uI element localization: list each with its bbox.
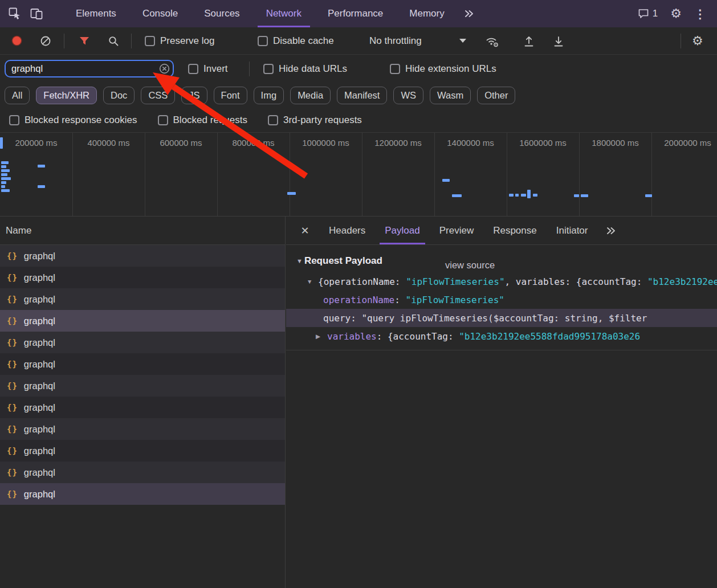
3rd-party-requests-control[interactable]: 3rd-party requests xyxy=(268,115,362,126)
filter-chip-wasm[interactable]: Wasm xyxy=(430,87,471,104)
request-row[interactable]: {}graphql xyxy=(0,397,285,418)
details-tab-headers[interactable]: Headers xyxy=(319,217,375,244)
close-details-icon[interactable]: ✕ xyxy=(299,224,311,237)
fetch-xhr-icon: {} xyxy=(7,381,18,390)
waterfall-bar xyxy=(1,161,9,164)
request-row[interactable]: {}graphql xyxy=(0,310,285,332)
export-har-button[interactable] xyxy=(553,27,564,54)
gear-icon: ⚙ xyxy=(692,35,703,47)
disable-cache-control[interactable]: Disable cache xyxy=(258,27,334,54)
tab-network[interactable]: Network xyxy=(253,0,315,27)
console-messages-button[interactable]: 1 xyxy=(632,8,664,19)
filter-chip-all[interactable]: All xyxy=(5,87,30,104)
request-payload-section-header[interactable]: ▼ Request Payload xyxy=(286,250,717,272)
payload-token: operationName xyxy=(323,295,394,305)
settings-button[interactable]: ⚙ xyxy=(664,7,688,20)
request-row[interactable]: {}graphql xyxy=(0,440,285,462)
fetch-xhr-icon: {} xyxy=(7,316,18,325)
request-row[interactable]: {}graphql xyxy=(0,462,285,483)
filter-chip-manifest[interactable]: Manifest xyxy=(337,87,387,104)
filter-chip-fetch-xhr[interactable]: Fetch/XHR xyxy=(36,87,97,104)
filter-chip-css[interactable]: CSS xyxy=(141,87,175,104)
waterfall-bar xyxy=(527,190,531,198)
blocked-response-cookies-label: Blocked response cookies xyxy=(25,115,137,126)
request-row[interactable]: {}graphql xyxy=(0,375,285,397)
filter-chip-js[interactable]: JS xyxy=(181,87,207,104)
details-tab-initiator[interactable]: Initiator xyxy=(547,217,598,244)
blocked-requests-control[interactable]: Blocked requests xyxy=(158,115,247,126)
blocked-requests-checkbox[interactable] xyxy=(158,115,168,125)
clear-filter-icon[interactable] xyxy=(159,63,170,74)
collapse-arrow-icon[interactable]: ▼ xyxy=(296,258,303,264)
payload-token: "b12e3b2192ee5588fdad995178a03e26 xyxy=(459,331,640,342)
waterfall-bar xyxy=(287,192,296,195)
blocked-response-cookies-control[interactable]: Blocked response cookies xyxy=(9,115,137,126)
waterfall-bar xyxy=(1,185,5,188)
hide-extension-urls-control[interactable]: Hide extension URLs xyxy=(390,55,496,83)
search-button[interactable] xyxy=(108,27,119,54)
details-tab-preview[interactable]: Preview xyxy=(430,217,483,244)
blocked-response-cookies-checkbox[interactable] xyxy=(9,115,19,125)
timeline-tick-label: 1400000 ms xyxy=(434,138,507,148)
request-row[interactable]: {}graphql xyxy=(0,418,285,440)
filter-chip-font[interactable]: Font xyxy=(214,87,247,104)
network-conditions-button[interactable] xyxy=(484,27,499,54)
view-source-link[interactable]: view source xyxy=(445,260,495,271)
filter-input[interactable] xyxy=(5,60,174,77)
preserve-log-label: Preserve log xyxy=(160,35,214,47)
payload-line[interactable]: query: "query ipFlowTimeseries($accountT… xyxy=(286,309,717,327)
filter-chip-other[interactable]: Other xyxy=(477,87,515,104)
tab-console[interactable]: Console xyxy=(129,0,191,27)
device-toolbar-icon[interactable] xyxy=(30,7,43,21)
preserve-log-checkbox[interactable] xyxy=(145,36,155,46)
record-button[interactable] xyxy=(13,27,21,54)
hide-extension-urls-checkbox[interactable] xyxy=(390,64,400,74)
filter-chip-ws[interactable]: WS xyxy=(393,87,423,104)
request-row[interactable]: {}graphql xyxy=(0,332,285,353)
expand-arrow-icon[interactable]: ▶ xyxy=(316,333,327,340)
3rd-party-requests-checkbox[interactable] xyxy=(268,115,278,125)
disable-cache-label: Disable cache xyxy=(273,35,334,47)
request-row[interactable]: {}graphql xyxy=(0,483,285,505)
clear-button[interactable] xyxy=(40,27,51,54)
inspect-element-icon[interactable] xyxy=(8,7,22,21)
timeline-overview[interactable]: 200000 ms400000 ms600000 ms800000 ms1000… xyxy=(0,132,717,217)
invert-control[interactable]: Invert xyxy=(188,55,228,83)
payload-line[interactable]: ▼{operationName: "ipFlowTimeseries", var… xyxy=(286,272,717,291)
throttling-select[interactable]: No throttling xyxy=(369,27,422,54)
request-row[interactable]: {}graphql xyxy=(0,245,285,267)
request-row[interactable]: {}graphql xyxy=(0,267,285,288)
more-tabs-icon[interactable] xyxy=(458,0,480,27)
payload-token: : {accountTag: xyxy=(377,331,459,342)
request-name: graphql xyxy=(24,337,55,348)
hide-data-urls-control[interactable]: Hide data URLs xyxy=(263,55,347,83)
payload-token: {operationName: xyxy=(318,276,406,287)
payload-line[interactable]: ▶variables: {accountTag: "b12e3b2192ee55… xyxy=(286,327,717,345)
hide-data-urls-checkbox[interactable] xyxy=(263,64,274,74)
request-row[interactable]: {}graphql xyxy=(0,288,285,310)
details-tab-response[interactable]: Response xyxy=(483,217,547,244)
details-tab-payload[interactable]: Payload xyxy=(375,217,429,244)
collapse-arrow-icon[interactable]: ▼ xyxy=(307,278,318,285)
filter-chip-doc[interactable]: Doc xyxy=(103,87,135,104)
payload-line[interactable]: operationName: "ipFlowTimeseries" xyxy=(286,291,717,309)
tab-sources[interactable]: Sources xyxy=(191,0,252,27)
tab-memory[interactable]: Memory xyxy=(396,0,457,27)
network-settings-button[interactable]: ⚙ xyxy=(692,27,703,54)
filter-toggle-button[interactable] xyxy=(79,27,90,54)
more-options-button[interactable]: ⋮ xyxy=(688,8,712,20)
preserve-log-control[interactable]: Preserve log xyxy=(145,27,214,54)
request-row[interactable]: {}graphql xyxy=(0,353,285,375)
filter-chip-media[interactable]: Media xyxy=(290,87,331,104)
import-har-button[interactable] xyxy=(523,27,535,54)
request-name: graphql xyxy=(24,489,55,500)
filter-chip-img[interactable]: Img xyxy=(254,87,284,104)
disable-cache-checkbox[interactable] xyxy=(258,36,268,46)
tab-elements[interactable]: Elements xyxy=(63,0,129,27)
invert-checkbox[interactable] xyxy=(188,64,198,74)
network-conditions-icon xyxy=(484,34,499,48)
details-more-tabs-icon[interactable] xyxy=(605,225,617,236)
name-column-header[interactable]: Name xyxy=(0,217,285,245)
tab-performance[interactable]: Performance xyxy=(315,0,396,27)
throttling-dropdown-arrow-icon[interactable] xyxy=(459,27,466,54)
